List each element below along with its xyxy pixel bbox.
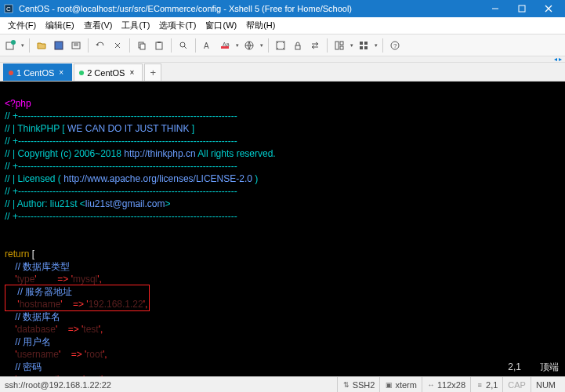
term-line: // 数据库类型 [5,261,70,272]
close-button[interactable] [535,0,562,17]
tab-session-2[interactable]: 2 CentOS × [74,64,143,81]
cursor-position: 2,1 [508,361,521,373]
menu-tools[interactable]: 工具(T) [117,20,154,31]
svg-line-17 [184,46,187,49]
term-line: // | Licensed ( http://www.apache.org/li… [5,173,258,184]
properties-icon[interactable] [69,38,83,53]
find-icon[interactable] [176,38,190,53]
term-line: // 数据库名 [5,311,60,322]
terminal[interactable]: <?php // +------------------------------… [0,82,565,376]
dropdown-caret-icon[interactable]: ▾ [236,42,239,49]
term-line: return [ [5,249,34,260]
paste-icon[interactable] [152,38,166,53]
svg-rect-15 [158,42,161,43]
menubar: 文件(F) 编辑(E) 查看(V) 工具(T) 选项卡(T) 窗口(W) 帮助(… [0,17,565,34]
svg-rect-8 [55,42,63,49]
svg-rect-3 [519,5,525,12]
menu-view[interactable]: 查看(V) [79,20,118,31]
tabbar: 1 CentOS × 2 CentOS × + [0,63,565,82]
menu-edit[interactable]: 编辑(E) [41,20,79,31]
tab-label: 2 CentOS [87,68,125,78]
dropdown-caret-icon[interactable]: ▾ [260,42,263,49]
transfer-icon[interactable] [308,38,322,53]
maximize-button[interactable] [509,0,535,17]
color-icon[interactable]: Aa [218,38,232,53]
app-icon: C [3,3,14,14]
dropdown-caret-icon[interactable]: ▾ [21,42,24,49]
titlebar: C CentOS - root@localhost:/usr/src/EComm… [0,0,565,17]
separator-icon [382,38,383,53]
svg-rect-30 [360,46,363,49]
term-line: // 密码 [5,361,42,372]
separator-icon [29,38,30,53]
reconnect-icon[interactable] [93,38,107,53]
separator-icon [195,38,196,53]
tile-icon[interactable] [357,38,371,53]
menu-file[interactable]: 文件(F) [3,20,41,31]
menu-window[interactable]: 窗口(W) [201,20,241,31]
term-line: 'hostname' => '192.168.1.22', [7,299,147,310]
status-term: ▣xterm [379,377,422,392]
statusbar: ssh://root@192.168.1.22:22 ⇅SSH2 ▣xterm … [0,376,565,392]
term-line: // +------------------------------------… [5,136,237,147]
lock-icon[interactable] [291,38,305,53]
status-num: NUM [531,377,560,392]
term-line: // +------------------------------------… [5,111,237,122]
status-size: ↔112x28 [422,377,470,392]
svg-rect-28 [360,42,363,45]
svg-rect-14 [156,42,162,49]
encoding-icon[interactable] [242,38,256,53]
window-title: CentOS - root@localhost:/usr/src/ECommer… [19,4,482,13]
svg-rect-24 [295,45,300,49]
term-line: 'type' => 'mysql', [5,274,102,285]
svg-rect-26 [340,42,343,45]
new-session-icon[interactable] [3,38,17,53]
term-line: // | Copyright (c) 2006~2018 http://thin… [5,148,276,159]
tab-close-icon[interactable]: × [129,68,134,77]
scroll-hint: 顶端 [540,361,559,373]
svg-rect-31 [364,46,368,49]
status-pos: ≡2,1 [470,377,502,392]
tab-label: 1 CentOS [16,68,54,78]
svg-point-7 [11,40,16,45]
separator-icon [88,38,89,53]
open-icon[interactable] [34,38,49,53]
term-line: <?php [5,98,31,109]
tab-close-icon[interactable]: × [59,68,63,77]
disconnect-icon[interactable] [110,38,125,53]
term-line: 'database' => 'test', [5,324,103,335]
copy-icon[interactable] [135,38,149,53]
term-line: // | ThinkPHP [ WE CAN DO IT JUST THINK … [5,123,194,134]
dropdown-caret-icon[interactable]: ▾ [375,42,378,49]
tab-add-button[interactable]: + [144,64,161,81]
network-icon: ⇅ [342,381,350,389]
svg-text:Aa: Aa [223,42,230,47]
svg-rect-25 [335,42,339,49]
tab-session-1[interactable]: 1 CentOS × [3,64,72,81]
terminal-status: 2,1 顶端 [508,361,559,373]
layout-icon[interactable] [332,38,346,53]
separator-icon [268,38,269,53]
dropdown-caret-icon[interactable]: ▾ [350,42,353,49]
fullscreen-icon[interactable] [273,38,288,53]
svg-rect-13 [140,44,145,49]
svg-text:C: C [6,5,11,13]
menu-help[interactable]: 帮助(H) [241,20,280,31]
save-icon[interactable] [52,38,66,53]
minimize-button[interactable] [482,0,509,17]
svg-text:A: A [204,42,209,50]
status-ssh: ⇅SSH2 [337,377,380,392]
separator-icon [327,38,328,53]
svg-rect-27 [340,46,343,49]
term-line: // | Author: liu21st <liu21st@gmail.com> [5,198,170,209]
help-icon[interactable]: ? [388,38,402,53]
menu-tabs[interactable]: 选项卡(T) [154,20,201,31]
toolbar-collapse[interactable]: ◂ ▸ [0,56,565,63]
highlighted-config-box: // 服务器地址 'hostname' => '192.168.1.22', [5,285,150,311]
status-dot-icon [9,71,13,75]
term-line: // 用户名 [5,336,51,347]
connection-info: ssh://root@192.168.1.22:22 [5,380,337,390]
status-dot-icon [79,71,84,75]
font-icon[interactable]: A [201,38,215,53]
position-icon: ≡ [476,381,484,389]
